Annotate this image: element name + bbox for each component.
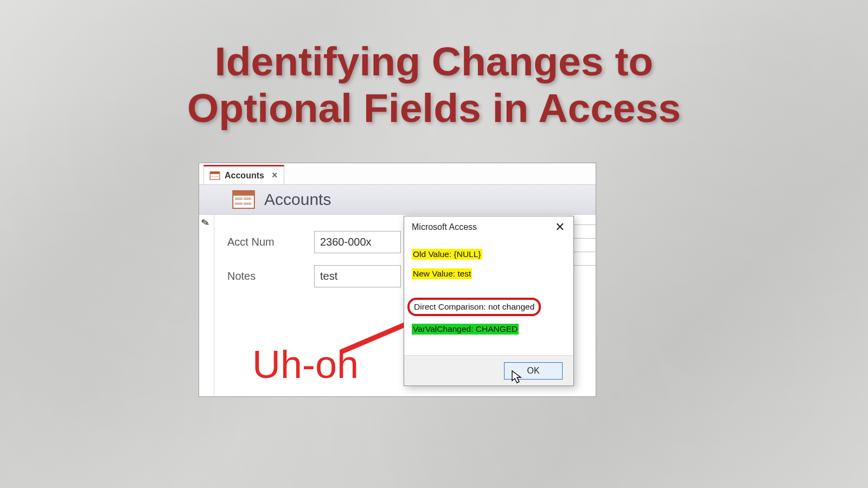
new-value-line: New Value: test xyxy=(412,268,472,279)
decorative-lines xyxy=(574,224,596,295)
pencil-icon: ✎ xyxy=(200,216,210,229)
tab-label: Accounts xyxy=(225,171,264,181)
form-icon xyxy=(209,171,220,180)
acctnum-input[interactable] xyxy=(314,231,401,253)
varval-line: VarValChanged: CHANGED xyxy=(412,324,519,335)
dialog-title: Microsoft Access xyxy=(412,222,477,232)
field-label: Acct Num xyxy=(227,236,314,248)
field-label: Notes xyxy=(227,270,314,282)
svg-rect-6 xyxy=(244,197,251,200)
tab-bar: Accounts × xyxy=(199,163,596,185)
notes-input[interactable] xyxy=(314,265,401,287)
record-selector[interactable]: ✎ xyxy=(199,215,214,396)
direct-comparison-line: Direct Comparison: not changed xyxy=(407,298,541,316)
dialog-titlebar: Microsoft Access ✕ xyxy=(404,216,573,238)
svg-rect-7 xyxy=(235,202,242,205)
form-header: Accounts xyxy=(199,185,596,215)
msgbox-dialog: Microsoft Access ✕ Old Value: {NULL} New… xyxy=(404,216,574,386)
uhoh-annotation: Uh-oh xyxy=(252,342,359,387)
old-value-line: Old Value: {NULL} xyxy=(412,249,482,260)
title-line-1: Identifying Changes to xyxy=(215,38,653,84)
svg-rect-1 xyxy=(210,171,220,174)
ok-button[interactable]: OK xyxy=(504,362,563,380)
title-line-2: Optional Fields in Access xyxy=(187,85,681,131)
page-title: Identifying Changes to Optional Fields i… xyxy=(0,38,868,132)
form-icon xyxy=(232,190,256,209)
dialog-footer: OK xyxy=(404,355,573,386)
close-icon[interactable]: × xyxy=(272,170,278,181)
svg-rect-8 xyxy=(244,202,251,205)
svg-rect-4 xyxy=(233,191,254,196)
tab-accounts[interactable]: Accounts × xyxy=(203,165,284,184)
svg-rect-5 xyxy=(235,197,242,200)
close-icon[interactable]: ✕ xyxy=(552,220,568,234)
dialog-body: Old Value: {NULL} New Value: test Direct… xyxy=(404,238,573,340)
form-header-title: Accounts xyxy=(264,190,331,209)
